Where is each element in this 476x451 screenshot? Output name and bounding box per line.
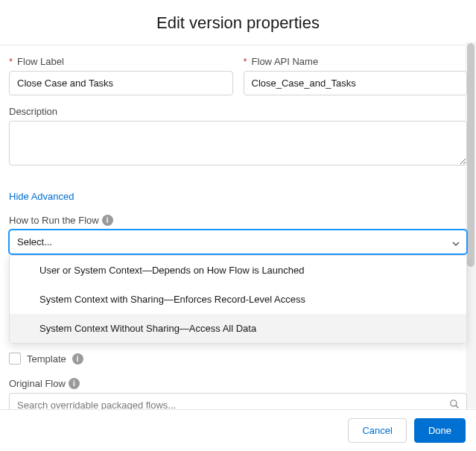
original-flow-label: Original Flow i — [9, 378, 467, 389]
how-to-run-listbox: User or System Context—Depends on How Fl… — [9, 255, 467, 344]
how-to-run-text: How to Run the Flow — [9, 215, 99, 226]
modal-footer: Cancel Done — [0, 409, 476, 451]
modal: Edit version properties * Flow Label * F… — [0, 0, 476, 451]
how-to-run-group: How to Run the Flow i User or System Con… — [9, 215, 467, 254]
option-system-context-sharing[interactable]: System Context with Sharing—Enforces Rec… — [10, 285, 466, 314]
required-star: * — [9, 56, 13, 67]
info-icon[interactable]: i — [72, 353, 83, 365]
modal-header: Edit version properties — [0, 0, 476, 45]
api-name-input[interactable] — [244, 71, 468, 95]
done-button[interactable]: Done — [414, 418, 466, 443]
modal-body: * Flow Label * Flow API Name Description… — [0, 45, 476, 414]
option-system-context-without-sharing[interactable]: System Context Without Sharing—Access Al… — [10, 314, 466, 343]
how-to-run-input[interactable] — [9, 230, 467, 254]
how-to-run-label: How to Run the Flow i — [9, 215, 467, 226]
api-name-group: * Flow API Name — [244, 56, 468, 95]
info-icon[interactable]: i — [69, 378, 80, 389]
template-checkbox[interactable] — [9, 353, 21, 365]
description-text: Description — [9, 106, 57, 117]
advanced-toggle-row: Hide Advanced — [9, 189, 467, 203]
hide-advanced-link[interactable]: Hide Advanced — [9, 191, 74, 202]
option-user-system-context[interactable]: User or System Context—Depends on How Fl… — [10, 256, 466, 285]
row-label-api: * Flow Label * Flow API Name — [9, 56, 467, 95]
flow-label-group: * Flow Label — [9, 56, 233, 95]
template-label: Template — [27, 353, 66, 365]
info-icon[interactable]: i — [102, 215, 113, 226]
svg-line-1 — [456, 405, 459, 408]
template-row: Template i — [9, 353, 467, 365]
api-name-text: Flow API Name — [252, 56, 319, 67]
modal-title: Edit version properties — [0, 13, 476, 33]
flow-label-text: Flow Label — [17, 56, 64, 67]
cancel-button[interactable]: Cancel — [348, 418, 406, 443]
required-star: * — [244, 56, 247, 67]
api-name-label: * Flow API Name — [244, 56, 468, 67]
how-to-run-combobox[interactable]: User or System Context—Depends on How Fl… — [9, 230, 467, 254]
description-label: Description — [9, 106, 467, 117]
description-input[interactable] — [9, 121, 467, 165]
flow-label-label: * Flow Label — [9, 56, 233, 67]
original-flow-text: Original Flow — [9, 378, 66, 389]
svg-point-0 — [451, 400, 457, 406]
description-group: Description — [9, 106, 467, 168]
original-flow-group: Original Flow i — [9, 378, 467, 414]
flow-label-input[interactable] — [9, 71, 233, 95]
